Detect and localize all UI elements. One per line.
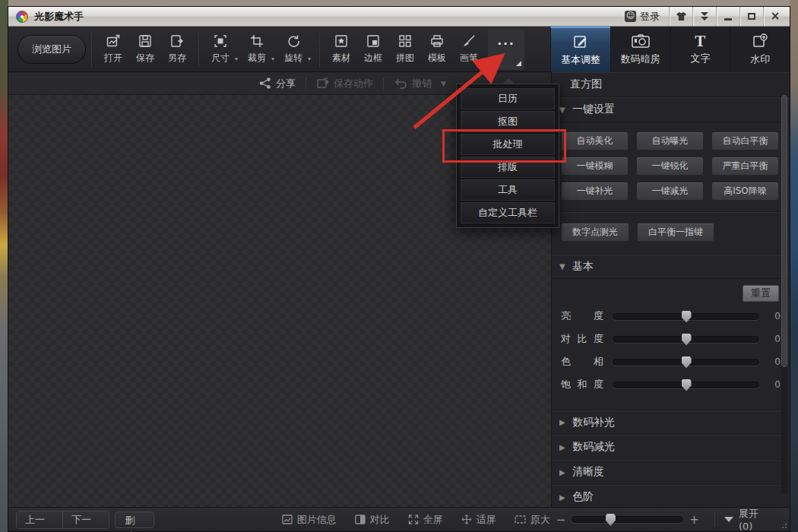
digital-spot-metering-button[interactable]: 数字点测光 [561,223,629,242]
template-icon [429,33,445,49]
delete-image-button[interactable]: 删除 [115,511,154,528]
more-corner-triangle-icon [516,61,521,66]
panel-scrollbar[interactable] [781,95,787,494]
reset-button[interactable]: 重置 [743,285,779,302]
nav-button-group: 上一张 下一张 [16,511,109,529]
collage-button[interactable]: 拼图 [389,29,421,70]
minimize-button[interactable] [716,7,739,26]
basic-section: ▼ 基本 重置 亮度 0 对比度 [552,254,790,402]
auto-beautify-button[interactable]: 自动美化 [561,131,629,150]
brightness-slider-track[interactable] [613,313,759,320]
maximize-button[interactable] [739,7,763,26]
tool-label: 画笔 [460,52,478,65]
toolbar-separator [91,32,92,67]
auto-exposure-button[interactable]: 自动曝光 [636,131,704,150]
section-clarity[interactable]: ▶ 清晰度 [552,460,790,485]
high-iso-denoise-button[interactable]: 高ISO降噪 [711,182,779,201]
frame-icon [366,33,381,49]
fit-screen-button[interactable]: 适屏 [461,513,496,527]
screen: 光影魔术手 ☺ 登录 × [0,0,798,532]
close-button[interactable]: × [763,7,787,26]
resize-grip[interactable] [778,520,788,530]
contrast-slider-row: 对比度 0 [561,328,781,350]
basic-section-header[interactable]: ▼ 基本 [552,254,790,279]
undo-dropdown-arrow[interactable]: ▼ [441,80,446,87]
app-window: 光影魔术手 ☺ 登录 × [8,6,790,532]
chevron-right-icon: ▶ [559,418,567,426]
scrollbar-thumb[interactable] [781,95,787,367]
frame-button[interactable]: 边框 [357,29,389,70]
next-image-button[interactable]: 下一张 [63,511,109,528]
collapse-window-button[interactable] [692,7,716,26]
crop-button[interactable]: 裁剪 [241,29,273,70]
white-balance-one-touch-button[interactable]: 白平衡一指键 [637,223,714,242]
slider-value: 0 [768,311,781,321]
menu-item-tools[interactable]: 工具 [461,179,555,201]
template-button[interactable]: 模板 [421,29,453,70]
section-digital-fill-light[interactable]: ▶ 数码补光 [552,410,790,435]
more-tools-button[interactable]: ··· [488,29,524,70]
onekey-section-header[interactable]: ▼ 一键设置 [552,97,790,122]
original-size-button[interactable]: 原大 [515,513,550,527]
section-label: 色阶 [572,490,594,504]
section-levels[interactable]: ▶ 色阶 [552,485,790,507]
open-button[interactable]: 打开 [97,29,129,70]
compare-button[interactable]: 对比 [355,513,390,527]
menu-item-customize-toolbar[interactable]: 自定义工具栏 [461,202,555,223]
tab-text[interactable]: T 文字 [670,27,730,72]
slider-handle[interactable] [682,379,692,391]
statusbar-separator [714,513,715,527]
adjust-panel: 直方图 ▼ 一键设置 自动美化 自动曝光 自动白平衡 一键模糊 一键锐化 严重白… [552,72,790,507]
severe-white-balance-button[interactable]: 严重白平衡 [711,157,779,176]
open-image-icon [106,33,121,49]
actionbar-separator [306,78,306,90]
tab-watermark[interactable]: 水印 [730,27,790,72]
hue-slider-track[interactable] [613,359,759,366]
share-button[interactable]: 分享 [259,77,296,90]
login-label: 登录 [640,10,660,24]
onekey-blur-button[interactable]: 一键模糊 [561,157,629,176]
tab-label: 数码暗房 [621,52,660,66]
contrast-slider-track[interactable] [613,336,759,343]
zoom-out-button[interactable]: − [550,513,572,527]
rotate-button[interactable]: 旋转 [277,29,309,70]
tab-digital-darkroom[interactable]: 数码暗房 [610,27,670,72]
brush-button[interactable]: 画笔 [453,29,485,70]
onekey-sharpen-button[interactable]: 一键锐化 [636,157,704,176]
share-icon [259,78,271,89]
brush-icon [461,33,477,49]
browse-images-button[interactable]: 浏览图片 [17,35,86,64]
login-button[interactable]: ☺ 登录 [616,7,669,26]
onekey-dim-light-button[interactable]: 一键减光 [636,182,704,201]
onekey-fill-light-button[interactable]: 一键补光 [561,182,629,201]
section-digital-dim-light[interactable]: ▶ 数码减光 [552,435,790,460]
zoom-in-button[interactable]: + [683,513,705,527]
saturation-slider-row: 饱和度 0 [561,373,781,396]
undo-button[interactable]: 撤销 [394,77,432,90]
tab-basic-adjust[interactable]: 基本调整 [550,27,610,72]
resize-dropdown-arrow[interactable]: ▾ [235,55,238,62]
slider-handle[interactable] [682,311,692,323]
resize-button[interactable]: 尺寸 [204,29,236,70]
skin-button[interactable] [669,7,692,26]
zoom-slider-track[interactable] [572,516,683,523]
slider-handle[interactable] [682,356,692,369]
image-info-button[interactable]: 图片信息 [282,513,337,527]
histogram-section-header[interactable]: 直方图 [552,72,790,97]
menu-item-calendar[interactable]: 日历 [461,88,555,109]
material-button[interactable]: 素材 [325,29,357,70]
crop-dropdown-arrow[interactable]: ▾ [271,55,274,62]
rotate-dropdown-arrow[interactable]: ▾ [308,55,311,62]
slider-handle[interactable] [682,334,692,346]
previous-image-button[interactable]: 上一张 [17,511,63,528]
expand-filmstrip-button[interactable]: 展开(0) [724,507,771,532]
zoom-slider-handle[interactable] [606,514,616,526]
save-as-button[interactable]: 另存 [161,29,193,70]
saturation-slider-track[interactable] [613,382,759,388]
auto-white-balance-button[interactable]: 自动白平衡 [711,131,779,150]
save-button[interactable]: 保存 [129,29,161,70]
fullscreen-button[interactable]: 全屏 [408,513,443,527]
save-action-button[interactable]: 保存动作 [316,77,373,90]
panel-divider [561,211,779,212]
menu-notch-icon [502,78,515,84]
